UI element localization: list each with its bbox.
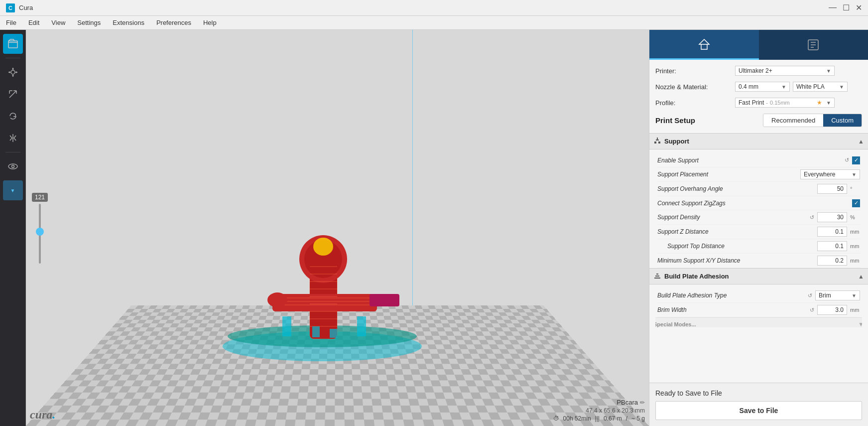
menu-edit[interactable]: Edit <box>26 18 41 27</box>
menubar: File Edit View Settings Extensions Prefe… <box>0 16 868 30</box>
tab-preview[interactable] <box>759 30 868 60</box>
support-density-row: Support Density ↺ 30 % <box>657 210 860 225</box>
support-chevron-icon: ▲ <box>858 138 864 145</box>
support-z-distance-input[interactable]: 0.1 <box>817 227 847 237</box>
tool-open-file[interactable] <box>3 34 23 54</box>
nozzle-value: 0.4 mm <box>739 83 758 90</box>
nozzle-dropdown-arrow: ▼ <box>781 84 786 90</box>
adhesion-section-header[interactable]: Build Plate Adhesion ▲ <box>649 268 868 284</box>
printer-dropdown[interactable]: Ultimaker 2+ ▼ <box>735 66 835 76</box>
tool-view-dropdown[interactable]: ▼ <box>3 180 23 200</box>
right-panel: Printer: Ultimaker 2+ ▼ Nozzle & Materia… <box>649 30 868 426</box>
support-section-title: Support <box>664 138 689 145</box>
tool-move[interactable] <box>3 62 23 82</box>
print-setup-header: Print Setup Recommended Custom <box>655 114 862 127</box>
viewport[interactable]: 121 PBcara ✏ 47.4 x 65.6 x 20.3 mm ⏱ 00h… <box>26 30 649 426</box>
zoom-slider-track[interactable] <box>39 204 41 264</box>
menu-view[interactable]: View <box>49 18 67 27</box>
tool-rotate[interactable] <box>3 106 23 126</box>
profile-quality: - <box>766 100 768 106</box>
printer-label: Printer: <box>655 67 735 75</box>
enable-support-checkbox[interactable]: ✓ <box>852 156 860 164</box>
tab-slice-settings[interactable] <box>649 30 759 60</box>
support-placement-dropdown[interactable]: Everywhere ▼ <box>800 169 860 179</box>
adhesion-section-left: Build Plate Adhesion <box>653 272 729 281</box>
support-z-distance-controls: 0.1 mm <box>817 227 860 237</box>
setup-tab-custom[interactable]: Custom <box>823 114 862 127</box>
overhang-angle-input[interactable]: 50 <box>817 184 847 194</box>
zoom-control[interactable]: 121 <box>32 193 48 264</box>
enable-support-controls: ↺ ✓ <box>844 156 860 164</box>
edit-name-icon[interactable]: ✏ <box>640 399 645 406</box>
overhang-angle-unit: ° <box>850 186 860 192</box>
filament-icon: ||| <box>595 415 600 422</box>
svg-point-26 <box>267 292 287 307</box>
brim-width-row: Brim Width ↺ 3.0 mm <box>657 303 860 317</box>
support-density-label: Support Density <box>657 214 809 221</box>
zoom-slider-thumb[interactable] <box>36 228 44 236</box>
maximize-button[interactable]: ☐ <box>843 3 850 12</box>
minimize-button[interactable]: — <box>829 3 837 12</box>
support-top-distance-unit: mm <box>850 243 860 249</box>
time-icon: ⏱ <box>553 415 559 422</box>
model-3d[interactable] <box>213 217 462 366</box>
profile-quality-val: 0.15mm <box>770 100 790 106</box>
connect-zigzags-checkbox[interactable]: ✓ <box>852 199 860 207</box>
app-title: Cura <box>19 4 33 11</box>
bottom-actions: Ready to Save to File Save to File <box>649 383 868 426</box>
left-toolbar: ▼ <box>0 30 26 426</box>
support-density-reset[interactable]: ↺ <box>809 214 815 221</box>
profile-control: Fast Print - 0.15mm ★ ▼ <box>735 98 862 108</box>
enable-support-reset[interactable]: ↺ <box>844 157 850 163</box>
main-area: ▼ <box>0 30 868 426</box>
menu-help[interactable]: Help <box>201 18 219 27</box>
window-controls[interactable]: — ☐ ✕ <box>829 3 862 12</box>
min-support-xy-unit: mm <box>850 258 860 264</box>
adhesion-type-arrow: ▼ <box>852 293 857 298</box>
tool-scale[interactable] <box>3 84 23 104</box>
tool-mirror[interactable] <box>3 128 23 148</box>
print-setup-title: Print Setup <box>655 116 695 125</box>
adhesion-type-reset[interactable]: ↺ <box>807 292 813 299</box>
filament-separator: / <box>626 415 627 422</box>
setup-tab-recommended[interactable]: Recommended <box>763 114 823 127</box>
material-dropdown-arrow: ▼ <box>839 84 844 90</box>
svg-point-5 <box>11 165 14 168</box>
printer-select-wrapper[interactable]: Ultimaker 2+ ▼ <box>735 66 862 76</box>
settings-content: Printer: Ultimaker 2+ ▼ Nozzle & Materia… <box>649 60 868 383</box>
special-modes-arrow: ▼ <box>858 321 862 327</box>
support-placement-arrow: ▼ <box>852 172 857 177</box>
svg-point-4 <box>8 164 17 169</box>
svg-rect-37 <box>657 138 658 140</box>
support-top-distance-input[interactable]: 0.1 <box>817 241 847 251</box>
overhang-angle-label: Support Overhang Angle <box>657 185 817 192</box>
ready-text: Ready to Save to File <box>655 389 862 397</box>
support-section-header[interactable]: Support ▲ <box>649 133 868 149</box>
next-section-hint: Special Modes... ▼ <box>655 317 862 327</box>
brim-width-reset[interactable]: ↺ <box>809 307 815 313</box>
support-density-input[interactable]: 30 <box>817 212 847 222</box>
svg-rect-39 <box>655 276 659 277</box>
brim-width-input[interactable]: 3.0 <box>817 305 847 315</box>
adhesion-type-dropdown[interactable]: Brim ▼ <box>815 290 860 300</box>
menu-settings[interactable]: Settings <box>75 18 103 27</box>
adhesion-section-icon <box>653 272 661 281</box>
connect-zigzags-label: Connect Support ZigZags <box>657 200 852 207</box>
cura-logo: cura. <box>30 406 55 422</box>
menu-extensions[interactable]: Extensions <box>111 18 146 27</box>
svg-point-3 <box>11 70 15 74</box>
object-name-text: PBcara <box>617 399 638 406</box>
min-support-xy-input[interactable]: 0.2 <box>817 256 847 266</box>
material-dropdown[interactable]: White PLA ▼ <box>793 82 848 92</box>
menu-file[interactable]: File <box>4 18 18 27</box>
tool-view[interactable] <box>3 156 23 176</box>
close-button[interactable]: ✕ <box>856 3 862 12</box>
svg-rect-36 <box>656 140 659 141</box>
nozzle-dropdown[interactable]: 0.4 mm ▼ <box>735 82 790 92</box>
save-to-file-button[interactable]: Save to File <box>655 401 862 420</box>
profile-dropdown[interactable]: Fast Print - 0.15mm ★ ▼ <box>735 98 835 108</box>
svg-rect-28 <box>282 316 291 336</box>
printer-value: Ultimaker 2+ <box>739 67 772 74</box>
adhesion-section-title: Build Plate Adhesion <box>664 273 729 280</box>
menu-preferences[interactable]: Preferences <box>154 18 193 27</box>
